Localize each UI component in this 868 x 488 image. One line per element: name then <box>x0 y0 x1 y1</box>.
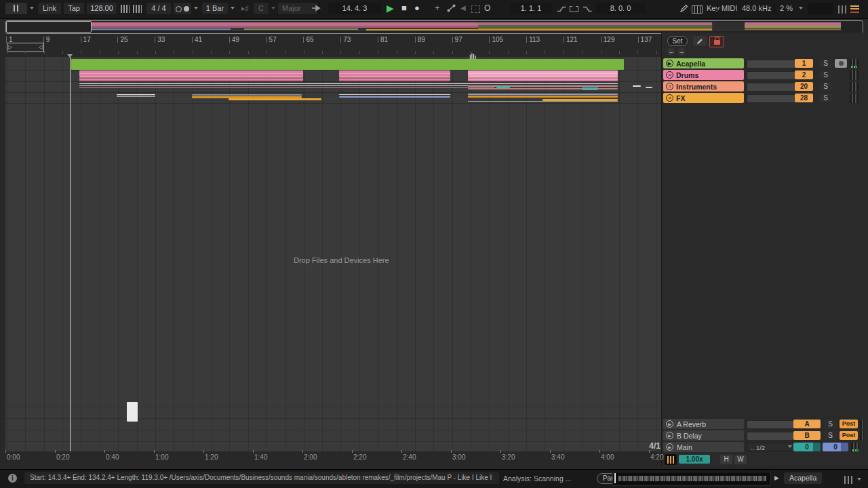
pencil-icon[interactable] <box>693 36 707 46</box>
session-record-icon[interactable]: O <box>484 3 490 13</box>
track-volume-slider[interactable] <box>747 94 797 103</box>
arrangement-clip[interactable] <box>79 83 494 84</box>
track-routing-number[interactable]: 20 <box>795 82 813 91</box>
zoom-height-button[interactable]: H <box>720 455 732 464</box>
solo-button[interactable]: S <box>819 94 832 102</box>
arrangement-clip[interactable] <box>646 87 652 88</box>
meter-zoom-icon[interactable] <box>665 454 677 465</box>
zoom-level-field[interactable]: 1.00x <box>679 455 710 464</box>
overview-viewport-box[interactable] <box>6 21 92 33</box>
track-header-acapella[interactable]: ▶ Acapella <box>663 58 744 68</box>
re-enable-automation-icon[interactable]: ◀ <box>460 4 466 12</box>
options-icon[interactable] <box>5 3 27 14</box>
chevron-down-icon[interactable] <box>271 7 275 9</box>
unfold-icon[interactable]: ▶ <box>666 432 673 439</box>
arrangement-grid[interactable] <box>5 57 661 451</box>
chevron-down-icon[interactable] <box>231 7 235 9</box>
track-volume-slider[interactable] <box>747 83 797 92</box>
punch-out-icon[interactable] <box>583 5 592 14</box>
arrangement-clip[interactable] <box>117 96 155 97</box>
capture-midi-icon[interactable] <box>471 5 480 14</box>
tempo-field[interactable]: 128.00 <box>87 3 117 14</box>
arrangement-clip[interactable] <box>192 94 302 96</box>
post-toggle[interactable]: Post <box>840 420 858 428</box>
playing-clip-name[interactable]: Acapella <box>784 472 822 484</box>
time-signature-field[interactable]: 4 / 4 <box>146 3 171 14</box>
track-routing-number[interactable]: 28 <box>795 94 813 102</box>
zoom-width-button[interactable]: W <box>734 455 747 464</box>
arrangement-clip[interactable] <box>79 77 303 81</box>
return-letter[interactable]: A <box>793 420 821 428</box>
plus-icon[interactable]: + <box>435 3 440 13</box>
arrangement-clip[interactable] <box>468 101 618 102</box>
track-volume-slider[interactable] <box>747 60 797 68</box>
main-track-header[interactable]: ▶ Main <box>663 442 744 452</box>
arrangement-clip[interactable] <box>468 85 618 87</box>
arrangement-clip[interactable] <box>71 59 624 70</box>
chevron-down-icon[interactable] <box>194 7 198 9</box>
back-arrow-icon[interactable]: ← <box>667 47 675 56</box>
arrangement-clip[interactable] <box>339 96 450 98</box>
arrangement-clip[interactable] <box>468 83 618 84</box>
chevron-down-icon[interactable] <box>857 478 861 481</box>
arrangement-clip[interactable] <box>468 96 618 98</box>
stop-button[interactable]: ■ <box>401 3 407 13</box>
track-header-drums[interactable]: ≡ Drums <box>663 70 744 80</box>
scale-root-field[interactable]: C <box>254 3 269 14</box>
arrangement-clip[interactable] <box>79 87 494 88</box>
track-header-instruments[interactable]: ≡ Instruments <box>663 81 744 92</box>
solo-button[interactable]: S <box>824 420 837 428</box>
quantize-menu[interactable]: 1 Bar <box>202 3 228 14</box>
group-fold-icon[interactable]: ▶ <box>666 60 673 67</box>
main-volume-fader[interactable]: 0 <box>823 443 848 451</box>
menu-icon[interactable] <box>850 5 859 14</box>
arrangement-clip[interactable] <box>468 94 618 95</box>
loop-icon[interactable] <box>570 5 578 14</box>
levels-icon[interactable] <box>844 474 852 487</box>
midi-map-button[interactable]: MIDI <box>722 4 737 12</box>
lock-icon[interactable] <box>709 36 724 47</box>
return-volume-slider[interactable] <box>747 432 797 441</box>
set-button[interactable]: Set <box>667 36 688 46</box>
solo-button[interactable]: S <box>819 59 832 68</box>
arrangement-clip[interactable] <box>127 402 138 422</box>
solo-button[interactable]: S <box>819 82 832 91</box>
cpu-meter[interactable]: 2 % <box>780 4 793 12</box>
solo-button[interactable]: S <box>824 431 837 440</box>
unfold-icon[interactable]: ▶ <box>666 443 673 451</box>
return-volume-slider[interactable] <box>747 420 797 429</box>
playhead[interactable] <box>70 57 71 451</box>
loop-length-field[interactable]: 8. 0. 0 <box>595 3 646 14</box>
group-fold-icon[interactable]: ≡ <box>666 83 673 90</box>
arm-button[interactable] <box>835 59 847 68</box>
play-button[interactable]: ▶ <box>387 3 394 14</box>
record-button[interactable]: ● <box>414 3 420 13</box>
arrangement-clip[interactable] <box>117 94 155 95</box>
info-icon[interactable]: i <box>8 474 17 483</box>
clip-play-icon[interactable]: ▶ <box>774 474 779 481</box>
arrangement-clip[interactable] <box>339 70 450 77</box>
metronome-icon[interactable] <box>174 3 191 14</box>
arrangement-position-field[interactable]: 14. 4. 3 <box>328 3 381 14</box>
arrangement-clip[interactable] <box>582 87 598 90</box>
track-routing-number[interactable]: 1 <box>795 59 813 68</box>
track-volume-slider[interactable] <box>747 71 797 80</box>
computer-midi-keyboard-icon[interactable] <box>692 5 703 15</box>
arrangement-clip[interactable] <box>79 70 303 77</box>
solo-button[interactable]: S <box>819 70 832 79</box>
track-routing-number[interactable]: 2 <box>795 70 813 79</box>
arrangement-clip[interactable] <box>339 77 450 81</box>
arrangement-clip[interactable] <box>496 86 510 88</box>
track-header-fx[interactable]: ≡ FX <box>663 93 744 103</box>
tap-tempo-button[interactable]: Tap <box>64 3 84 14</box>
arrangement-clip[interactable] <box>339 94 450 95</box>
return-track-b-delay[interactable]: ▶ B Delay <box>663 430 744 441</box>
loop-start-field[interactable]: 1. 1. 1 <box>510 3 552 14</box>
arrangement-clip[interactable] <box>229 98 321 100</box>
forward-arrow-icon[interactable]: → <box>677 47 686 56</box>
group-fold-icon[interactable]: ≡ <box>666 71 673 79</box>
arrangement-clip[interactable] <box>468 77 618 81</box>
return-letter[interactable]: B <box>793 431 821 440</box>
clip-preview-waveform[interactable] <box>612 472 771 486</box>
automation-arm-icon[interactable] <box>447 4 456 14</box>
